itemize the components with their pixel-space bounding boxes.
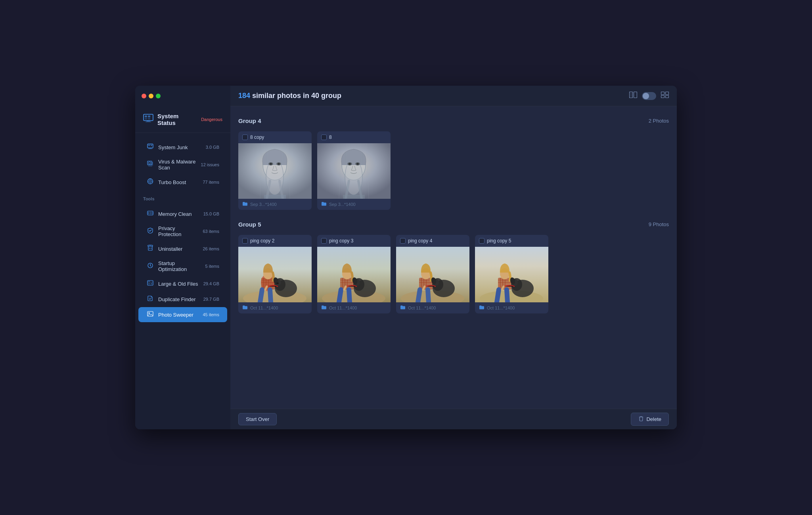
compare-view-button[interactable] xyxy=(629,92,637,100)
main-footer: Start Over Delete xyxy=(230,409,677,429)
svg-point-56 xyxy=(278,163,280,165)
group-4-title: Group 4 xyxy=(238,117,261,124)
photo-card-ping-4-header: ping copy 4 xyxy=(396,235,469,247)
svg-rect-6 xyxy=(146,121,151,122)
photo-thumb-ping-4 xyxy=(396,247,469,302)
photo-footer-8: Sep 3...*1400 xyxy=(317,199,391,210)
scroll-area[interactable]: Group 4 2 Photos 8 copy xyxy=(230,106,677,409)
photo-checkbox-8[interactable] xyxy=(321,135,327,140)
photo-meta-ping-3: Oct 11...*1400 xyxy=(329,306,357,310)
tools-section: Memory Clean 15.0 GB Privacy Protection … xyxy=(135,203,230,326)
svg-rect-49 xyxy=(666,96,669,98)
header-description: similar photos in 40 group xyxy=(250,92,341,100)
photo-footer-ping-5: Oct 11...*1400 xyxy=(475,302,548,313)
svg-point-19 xyxy=(150,181,151,182)
startup-optimization-label: Startup Optimization xyxy=(158,260,201,272)
group-section-5: Group 5 9 Photos ping copy 2 xyxy=(238,218,669,313)
sidebar-item-system-junk[interactable]: System Junk 3.0 GB xyxy=(138,140,227,155)
duplicate-finder-count: 29.7 GB xyxy=(203,297,219,302)
sidebar-item-privacy-protection[interactable]: Privacy Protection 63 items xyxy=(138,222,227,241)
group-4-photos: 8 copy xyxy=(238,131,669,210)
folder-icon-ping-3 xyxy=(321,305,327,311)
sidebar-item-startup-optimization[interactable]: Startup Optimization 5 items xyxy=(138,257,227,276)
photo-sweeper-label: Photo Sweeper xyxy=(158,312,199,318)
toggle-switch[interactable] xyxy=(642,92,656,100)
sidebar-item-memory-clean[interactable]: Memory Clean 15.0 GB xyxy=(138,206,227,221)
virus-malware-count: 12 issues xyxy=(201,162,219,167)
svg-rect-4 xyxy=(148,118,150,119)
photo-card-ping-copy-5[interactable]: ping copy 5 xyxy=(475,235,548,313)
svg-rect-38 xyxy=(148,281,150,282)
svg-point-68 xyxy=(356,163,359,165)
photo-thumb-ping-5 xyxy=(475,247,548,302)
folder-icon-ping-4 xyxy=(400,305,406,311)
grid-view-button[interactable] xyxy=(661,92,669,100)
svg-rect-15 xyxy=(147,165,153,165)
photo-card-ping-copy-4[interactable]: ping copy 4 xyxy=(396,235,469,313)
toggle-knob xyxy=(643,93,649,99)
sidebar-item-duplicate-finder[interactable]: Duplicate Finder 29.7 GB xyxy=(138,292,227,307)
svg-rect-46 xyxy=(661,92,665,95)
photo-footer-ping-3: Oct 11...*1400 xyxy=(317,302,391,313)
maximize-button[interactable] xyxy=(156,94,161,98)
group-4-header: Group 4 2 Photos xyxy=(238,114,669,127)
photo-name-ping-3: ping copy 3 xyxy=(329,238,387,244)
photo-card-8-header: 8 xyxy=(317,131,391,143)
svg-rect-61 xyxy=(264,195,286,199)
svg-rect-37 xyxy=(151,283,152,284)
large-old-files-icon xyxy=(146,280,154,288)
sidebar: System Status Dangerous System Junk 3.0 … xyxy=(135,86,230,429)
svg-rect-29 xyxy=(153,212,153,214)
app-window: System Status Dangerous System Junk 3.0 … xyxy=(135,86,677,429)
system-status-section[interactable]: System Status Dangerous xyxy=(135,106,230,133)
sidebar-item-large-old-files[interactable]: Large & Old Files 29.4 GB xyxy=(138,276,227,291)
svg-rect-16 xyxy=(148,165,152,167)
photo-meta-ping-4: Oct 11...*1400 xyxy=(408,306,436,310)
uninstaller-icon xyxy=(146,245,154,253)
photo-checkbox-ping-2[interactable] xyxy=(242,238,248,244)
photo-card-8[interactable]: 8 xyxy=(317,131,391,210)
photo-name-8: 8 xyxy=(329,135,387,140)
photo-checkbox-8-copy[interactable] xyxy=(242,135,248,140)
svg-point-88 xyxy=(276,282,279,284)
photo-checkbox-ping-5[interactable] xyxy=(479,238,485,244)
sidebar-item-turbo-boost[interactable]: Turbo Boost 77 items xyxy=(138,175,227,190)
tools-header: Tools xyxy=(135,193,230,203)
memory-clean-icon xyxy=(146,210,154,218)
photo-sweeper-count: 45 items xyxy=(203,312,219,317)
svg-rect-7 xyxy=(147,144,153,148)
group-5-photos: ping copy 2 xyxy=(238,235,669,313)
delete-button[interactable]: Delete xyxy=(631,413,669,426)
close-button[interactable] xyxy=(142,94,146,98)
svg-rect-10 xyxy=(149,148,151,149)
main-header: 184 similar photos in 40 group xyxy=(230,86,677,106)
privacy-protection-icon xyxy=(146,227,154,235)
start-over-button[interactable]: Start Over xyxy=(238,413,277,425)
photo-card-ping-copy-2[interactable]: ping copy 2 xyxy=(238,235,312,313)
photo-card-8-copy[interactable]: 8 copy xyxy=(238,131,312,210)
traffic-lights xyxy=(142,94,161,98)
minimize-button[interactable] xyxy=(149,94,153,98)
sidebar-item-uninstaller[interactable]: Uninstaller 26 items xyxy=(138,241,227,256)
folder-icon-8-copy xyxy=(242,202,248,207)
startup-optimization-count: 5 items xyxy=(205,264,219,269)
photo-checkbox-ping-3[interactable] xyxy=(321,238,327,244)
photo-card-ping-2-header: ping copy 2 xyxy=(238,235,312,247)
svg-point-42 xyxy=(149,313,150,314)
svg-rect-12 xyxy=(147,161,152,165)
system-junk-icon xyxy=(146,143,154,151)
large-old-files-count: 29.4 GB xyxy=(203,281,219,286)
large-old-files-label: Large & Old Files xyxy=(158,281,199,287)
photo-card-ping-copy-3[interactable]: ping copy 3 xyxy=(317,235,391,313)
turbo-boost-icon xyxy=(146,178,154,186)
photo-meta-8-copy: Sep 3...*1400 xyxy=(250,202,277,207)
photo-checkbox-ping-4[interactable] xyxy=(400,238,406,244)
sidebar-item-virus-malware[interactable]: Virus & Malware Scan 12 issues xyxy=(138,155,227,174)
photo-card-ping-5-header: ping copy 5 xyxy=(475,235,548,247)
photo-thumb-ping-3 xyxy=(317,247,391,302)
sidebar-item-photo-sweeper[interactable]: Photo Sweeper 45 items xyxy=(138,307,227,322)
system-junk-count: 3.0 GB xyxy=(206,145,219,150)
duplicate-finder-label: Duplicate Finder xyxy=(158,296,199,302)
folder-icon-8 xyxy=(321,202,327,207)
system-status-icon xyxy=(143,114,153,125)
